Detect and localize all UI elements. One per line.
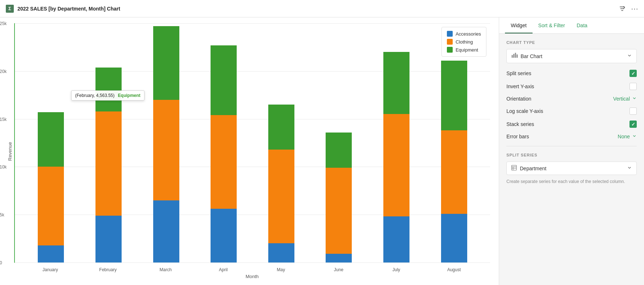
- bar-clothing-may[interactable]: [268, 150, 294, 243]
- orientation-chevron: [632, 96, 637, 102]
- y-label-25k: 25k: [0, 21, 7, 26]
- y-label-0: 0: [0, 260, 2, 265]
- legend-item-clothing: Clothing: [447, 39, 481, 45]
- error-bars-value: None: [618, 134, 630, 139]
- x-label-may: May: [252, 267, 310, 272]
- tab-sort-filter[interactable]: Sort & Filter: [533, 17, 571, 33]
- control-orientation: Orientation Vertical: [506, 96, 637, 102]
- sigma-icon: Σ: [6, 5, 14, 13]
- y-label-15k: 15k: [0, 117, 7, 122]
- svg-rect-3: [512, 55, 513, 58]
- bar-clothing-january[interactable]: [38, 167, 64, 245]
- x-label-february: February: [79, 267, 137, 272]
- checkmark-stack: ✓: [631, 122, 635, 127]
- divider: [506, 146, 637, 146]
- bar-clothing-february[interactable]: [95, 111, 122, 216]
- legend-item-accessories: Accessories: [447, 31, 481, 37]
- x-label-january: January: [21, 267, 79, 272]
- split-series-label: Split series: [506, 70, 531, 76]
- x-axis-labels: JanuaryFebruaryMarchAprilMayJuneJulyAugu…: [14, 265, 490, 272]
- tab-widget[interactable]: Widget: [505, 17, 533, 33]
- split-series-section-label: SPLIT SERIES: [506, 153, 637, 157]
- error-bars-label: Error bars: [506, 134, 529, 139]
- bar-equipment-july[interactable]: [383, 52, 409, 114]
- orientation-dropdown[interactable]: Vertical: [613, 96, 637, 102]
- bar-equipment-april[interactable]: [211, 45, 237, 115]
- y-label-10k: 10k: [0, 164, 7, 170]
- tab-data[interactable]: Data: [571, 17, 593, 33]
- bar-equipment-january[interactable]: [38, 112, 64, 167]
- chart-type-section-label: CHART TYPE: [506, 40, 637, 45]
- bar-group-may[interactable]: [268, 23, 294, 262]
- chart-type-label: Bar Chart: [521, 53, 542, 59]
- legend-color-accessories: [447, 31, 453, 37]
- bar-clothing-june[interactable]: [326, 168, 352, 254]
- more-icon-btn[interactable]: ⋯: [631, 4, 638, 13]
- split-series-left: Department: [511, 165, 546, 172]
- control-log-scale: Log scale Y-axis: [506, 107, 637, 115]
- bar-accessories-may[interactable]: [268, 243, 294, 262]
- bar-accessories-august[interactable]: [441, 214, 467, 262]
- bar-clothing-april[interactable]: [211, 115, 237, 209]
- log-scale-label: Log scale Y-axis: [506, 108, 543, 114]
- bar-accessories-april[interactable]: [211, 209, 237, 262]
- control-invert-y: Invert Y-axis: [506, 83, 637, 90]
- split-series-chevron: [627, 165, 632, 172]
- bar-accessories-february[interactable]: [95, 216, 122, 262]
- y-label-5k: 5k: [0, 212, 4, 217]
- bar-clothing-august[interactable]: [441, 130, 467, 213]
- orientation-label: Orientation: [506, 96, 531, 102]
- chart-plot-area: 25k 20k 15k 10k 5k 0: [14, 23, 490, 263]
- control-split-series: Split series ✓: [506, 70, 637, 77]
- bar-clothing-july[interactable]: [383, 114, 409, 216]
- checkmark-split: ✓: [631, 71, 635, 76]
- bar-group-july[interactable]: [383, 23, 409, 262]
- bar-group-august[interactable]: [441, 23, 467, 262]
- grid-line-0: 0: [15, 262, 490, 263]
- control-stack-series: Stack series ✓: [506, 121, 637, 128]
- x-label-june: June: [310, 267, 367, 272]
- x-label-july: July: [367, 267, 425, 272]
- stack-series-label: Stack series: [506, 121, 534, 127]
- legend-label-accessories: Accessories: [456, 31, 481, 37]
- svg-rect-6: [517, 54, 518, 58]
- bar-group-april[interactable]: [211, 23, 237, 262]
- bar-group-february[interactable]: [95, 23, 122, 262]
- x-axis-title: Month: [14, 274, 490, 279]
- error-bars-chevron: [632, 134, 637, 139]
- legend-label-equipment: Equipment: [456, 47, 478, 53]
- log-scale-checkbox[interactable]: [629, 107, 637, 115]
- error-bars-dropdown[interactable]: None: [618, 134, 637, 139]
- chart-container: Revenue 25k 20k 15k 10k: [6, 23, 490, 279]
- split-series-dropdown[interactable]: Department: [506, 162, 637, 175]
- stack-series-checkbox[interactable]: ✓: [629, 121, 637, 128]
- control-error-bars: Error bars None: [506, 134, 637, 139]
- x-label-august: August: [425, 267, 483, 272]
- bar-equipment-march[interactable]: [153, 26, 179, 100]
- bar-group-march[interactable]: [153, 23, 179, 262]
- bar-accessories-july[interactable]: [383, 216, 409, 262]
- orientation-value: Vertical: [613, 96, 630, 102]
- bar-accessories-june[interactable]: [326, 254, 352, 262]
- split-series-checkbox[interactable]: ✓: [629, 70, 637, 77]
- chart-type-select-left: Bar Chart: [511, 52, 542, 60]
- top-bar-right: ⋯: [619, 4, 638, 13]
- bar-equipment-february[interactable]: [95, 68, 122, 111]
- legend-label-clothing: Clothing: [456, 39, 473, 45]
- chart-legend: Accessories Clothing Equipment: [441, 27, 486, 57]
- top-bar: Σ 2022 SALES [by Department, Month] Char…: [0, 0, 644, 17]
- bar-equipment-june[interactable]: [326, 133, 352, 168]
- panel-tabs: Widget Sort & Filter Data: [499, 17, 644, 34]
- filter-icon-btn[interactable]: [619, 5, 626, 12]
- bar-group-june[interactable]: [326, 23, 352, 262]
- legend-color-equipment: [447, 47, 453, 53]
- bar-accessories-january[interactable]: [38, 245, 64, 262]
- invert-y-checkbox[interactable]: [629, 83, 637, 90]
- bar-group-january[interactable]: [38, 23, 64, 262]
- bar-accessories-march[interactable]: [153, 200, 179, 262]
- bar-equipment-may[interactable]: [268, 105, 294, 150]
- bar-clothing-march[interactable]: [153, 100, 179, 200]
- chart-type-dropdown[interactable]: Bar Chart: [506, 49, 637, 63]
- bar-equipment-august[interactable]: [441, 61, 467, 130]
- svg-rect-4: [513, 54, 514, 58]
